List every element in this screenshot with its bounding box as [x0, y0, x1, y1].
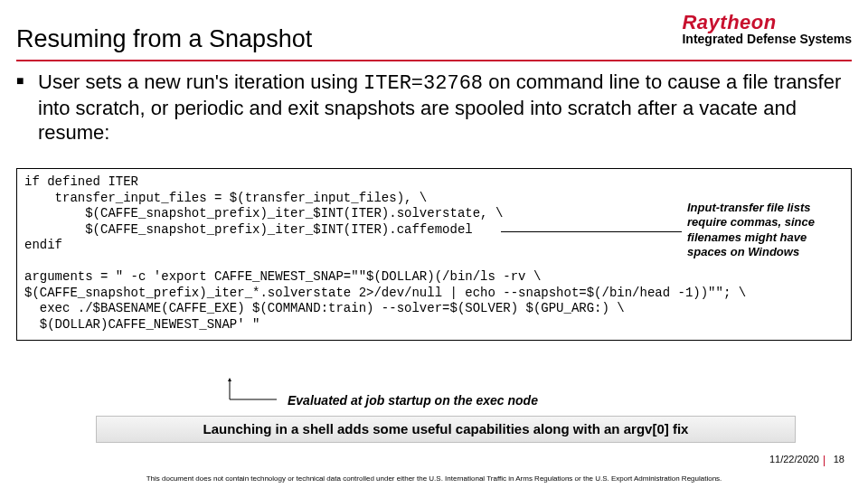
- header-rule: [16, 60, 852, 61]
- footer-disclaimer: This document does not contain technolog…: [0, 474, 868, 483]
- slide-title: Resuming from a Snapshot: [16, 25, 312, 52]
- slide-header: Resuming from a Snapshot: [16, 25, 852, 60]
- footer-page-number: 18: [834, 454, 844, 465]
- footer-separator: [824, 455, 825, 466]
- bullet-item: User sets a new run's iteration using IT…: [16, 70, 852, 145]
- bullet-text-pre: User sets a new run's iteration using: [38, 70, 363, 93]
- eval-annotation: Evaluated at job startup on the exec nod…: [288, 394, 538, 407]
- annotation-note: Input-transfer file lists require commas…: [687, 201, 841, 259]
- arrow-icon: [226, 378, 280, 403]
- bullet-code: ITER=32768: [363, 72, 483, 95]
- annotation-connector: [501, 231, 682, 232]
- footer-date: 11/22/2020: [769, 454, 819, 465]
- slide-body: User sets a new run's iteration using IT…: [16, 70, 852, 145]
- summary-banner: Launching in a shell adds some useful ca…: [96, 416, 796, 443]
